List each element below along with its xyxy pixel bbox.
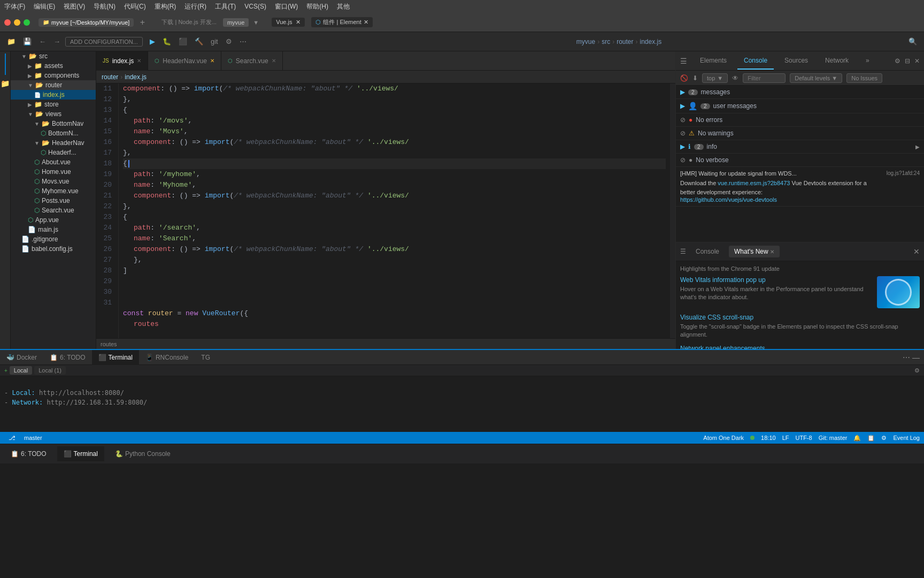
devtools-tab-network[interactable]: Network bbox=[819, 52, 855, 70]
status-encoding[interactable]: UTF-8 bbox=[795, 435, 812, 441]
toolbar-prohibit-icon[interactable]: 🚫 bbox=[680, 74, 688, 82]
breadcrumb-indexjs[interactable]: index.js bbox=[640, 38, 662, 45]
bottom-tab-todo[interactable]: 📋 6: TODO bbox=[43, 350, 92, 365]
toolbar-build-icon[interactable]: 🔨 bbox=[192, 36, 206, 47]
editor-tab-indexjs-close[interactable]: ✕ bbox=[137, 58, 141, 64]
editor-tab-search-close[interactable]: ✕ bbox=[272, 58, 276, 64]
extra-tab-python[interactable]: 🐍 Python Console bbox=[109, 446, 177, 461]
toolbar-folder-icon[interactable]: 📁 bbox=[4, 36, 18, 47]
terminal-more-icon[interactable]: ⋯ bbox=[903, 353, 910, 362]
toolbar-back-icon[interactable]: ← bbox=[36, 36, 49, 47]
whats-new-panel-close[interactable]: ✕ bbox=[913, 247, 920, 256]
menu-code[interactable]: 代码(C) bbox=[124, 2, 146, 11]
myvue-tab[interactable]: myvue bbox=[223, 18, 249, 27]
menu-other[interactable]: 其他 bbox=[337, 2, 350, 11]
sidebar-item-babel[interactable]: 📄 babel.config.js bbox=[11, 244, 96, 254]
vuejs-tab[interactable]: Vue.js ✕ bbox=[272, 18, 305, 27]
status-event-log[interactable]: Event Log bbox=[893, 435, 920, 441]
toolbar-git-icon[interactable]: git bbox=[208, 36, 221, 47]
console-item-noerrors[interactable]: ⊘ ● No errors bbox=[676, 113, 924, 127]
vuejs-close[interactable]: ✕ bbox=[296, 19, 301, 25]
breadcrumb-router[interactable]: router bbox=[617, 38, 633, 45]
menu-run[interactable]: 运行(R) bbox=[184, 2, 206, 11]
sidebar-item-search-vue[interactable]: ⬡ Search.vue bbox=[11, 206, 96, 215]
sidebar-item-src[interactable]: ▼ 📂 src bbox=[11, 51, 96, 61]
terminal-content[interactable]: - Local: http://localhost:8080/ - Networ… bbox=[0, 376, 924, 432]
sidebar-item-indexjs[interactable]: 📄 index.js bbox=[11, 90, 96, 100]
levels-chevron[interactable]: ▼ bbox=[831, 75, 837, 81]
console-item-usermessages[interactable]: ▶ 👤 2 user messages bbox=[676, 99, 924, 113]
sidebar-item-store[interactable]: ▶ 📁 store bbox=[11, 100, 96, 109]
minimize-window-button[interactable] bbox=[14, 19, 20, 26]
sidebar-item-headerf[interactable]: ⬡ Headerf... bbox=[11, 148, 96, 157]
toolbar-search-icon[interactable]: 🔍 bbox=[906, 36, 920, 47]
menu-font[interactable]: 字体(F) bbox=[4, 2, 25, 11]
devtools-tab-elements[interactable]: Elements bbox=[694, 52, 733, 70]
feature-item-scrollsnap[interactable]: Visualize CSS scroll-snap Toggle the "sc… bbox=[680, 314, 920, 339]
devtools-github-link[interactable]: https://github.com/vuejs/vue-devtools bbox=[680, 196, 882, 203]
devtools-settings-icon[interactable]: ⚙ bbox=[895, 57, 900, 65]
tab-whats-new[interactable]: What's New ✕ bbox=[729, 246, 780, 257]
devtools-close-icon[interactable]: ✕ bbox=[914, 57, 920, 65]
menu-edit[interactable]: 编辑(E) bbox=[34, 2, 55, 11]
sidebar-item-views[interactable]: ▼ 📂 views bbox=[11, 109, 96, 119]
status-gear-icon[interactable]: ⚙ bbox=[881, 435, 887, 442]
maximize-window-button[interactable] bbox=[24, 19, 30, 26]
breadcrumb-myvue[interactable]: myvue bbox=[576, 38, 595, 45]
toolbar-debug-icon[interactable]: 🐛 bbox=[160, 36, 174, 47]
bottom-tab-terminal[interactable]: ⬛ Terminal bbox=[92, 350, 139, 365]
toolbar-filter-icon[interactable]: ⬇ bbox=[692, 74, 698, 82]
devtools-menu-icon[interactable]: ☰ bbox=[680, 57, 687, 65]
menu-nav[interactable]: 导航(N) bbox=[94, 2, 116, 11]
menu-help[interactable]: 帮助(H) bbox=[306, 2, 328, 11]
bottom-tab-docker[interactable]: 🐳 Docker bbox=[0, 350, 43, 365]
editor-tab-search[interactable]: ⬡ Search.vue ✕ bbox=[221, 51, 283, 71]
console-item-2messages[interactable]: ▶ 2 messages bbox=[676, 86, 924, 99]
toolbar-more-icon[interactable]: ⋯ bbox=[237, 36, 249, 47]
devtools-tab-more[interactable]: » bbox=[859, 52, 876, 70]
status-lf[interactable]: LF bbox=[782, 435, 789, 441]
default-levels-label[interactable]: Default levels bbox=[795, 75, 830, 81]
close-window-button[interactable] bbox=[4, 19, 11, 26]
sidebar-item-gitignore[interactable]: 📄 .gitignore bbox=[11, 234, 96, 244]
element-close[interactable]: ✕ bbox=[364, 19, 368, 26]
menu-refactor[interactable]: 重构(R) bbox=[155, 2, 176, 11]
devtools-dock-icon[interactable]: ⊟ bbox=[905, 57, 910, 65]
sidebar-item-bottomnav-folder[interactable]: ▼ 📂 BottomNav bbox=[11, 119, 96, 128]
sidebar-item-mainjs[interactable]: 📄 main.js bbox=[11, 225, 96, 234]
console-item-nowarnings[interactable]: ⊘ ⚠ No warnings bbox=[676, 127, 924, 140]
whats-new-menu-icon[interactable]: ☰ bbox=[680, 248, 686, 255]
feature-title-scrollsnap[interactable]: Visualize CSS scroll-snap bbox=[680, 314, 920, 321]
sidebar-item-home[interactable]: ⬡ Home.vue bbox=[11, 167, 96, 177]
menu-window[interactable]: 窗口(W) bbox=[275, 2, 298, 11]
extra-tab-todo[interactable]: 📋 6: TODO bbox=[4, 446, 53, 461]
editor-tab-headernav-close[interactable]: ✕ bbox=[210, 58, 214, 64]
menu-vcs[interactable]: VCS(S) bbox=[244, 3, 266, 10]
sidebar-item-headernav-folder[interactable]: ▼ 📂 HeaderNav bbox=[11, 138, 96, 148]
whats-new-close-btn[interactable]: ✕ bbox=[770, 249, 774, 255]
add-config-button[interactable]: ADD CONFIGURATION... bbox=[65, 37, 143, 47]
sidebar-item-posts[interactable]: ⬡ Posts.vue bbox=[11, 196, 96, 206]
editor-tab-indexjs[interactable]: JS index.js ✕ bbox=[96, 51, 148, 71]
top-level-chevron[interactable]: ▼ bbox=[717, 75, 723, 81]
sidebar-item-router[interactable]: ▼ 📂 router bbox=[11, 80, 96, 90]
toolbar-stop-icon[interactable]: ⬛ bbox=[176, 36, 190, 47]
console-item-noverbose[interactable]: ⊘ ● No verbose bbox=[676, 154, 924, 167]
feature-item-network[interactable]: Network panel enhancements bbox=[680, 345, 920, 349]
arrow-nav[interactable]: ▼ bbox=[253, 19, 259, 26]
breadcrumb-src[interactable]: src bbox=[602, 38, 610, 45]
window-tab-webstorm[interactable]: 📁 myvue [~/Desktop/MY/myvue] bbox=[38, 18, 134, 27]
git-branch-icon[interactable]: ⎇ bbox=[4, 435, 20, 442]
toolbar-run-icon[interactable]: ▶ bbox=[147, 36, 158, 47]
code-content[interactable]: component: () => import(/* webpackChunkN… bbox=[119, 83, 670, 338]
bell-icon[interactable]: 🔔 bbox=[853, 435, 861, 442]
terminal-minimize-icon[interactable]: — bbox=[912, 353, 920, 362]
status-line-col[interactable]: 18:10 bbox=[761, 435, 776, 441]
sidebar-item-assets[interactable]: ▶ 📁 assets bbox=[11, 61, 96, 71]
terminal-add-icon[interactable]: + bbox=[4, 368, 7, 374]
terminal-settings-icon[interactable]: ⚙ bbox=[914, 367, 920, 374]
sidebar-item-bottomnav-vue[interactable]: ⬡ BottomN... bbox=[11, 128, 96, 138]
status-theme[interactable]: Atom One Dark bbox=[703, 435, 744, 441]
sidebar-item-myhome[interactable]: ⬡ Myhome.vue bbox=[11, 186, 96, 196]
element-tab[interactable]: ⬡ 组件 | Element ✕ bbox=[311, 17, 372, 27]
